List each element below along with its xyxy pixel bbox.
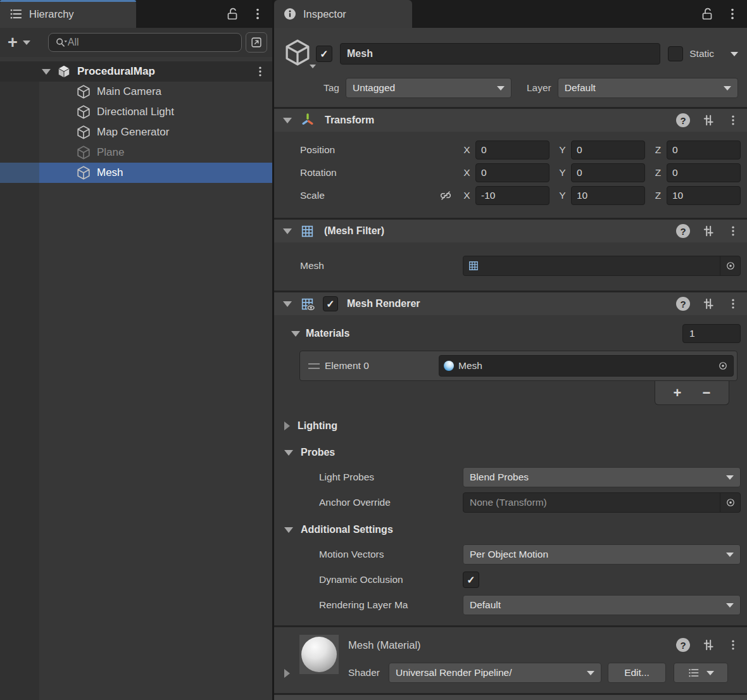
static-label: Static bbox=[689, 48, 714, 59]
material-object-field[interactable]: Mesh bbox=[439, 355, 734, 377]
remove-element-button[interactable]: − bbox=[692, 386, 721, 400]
rotation-y-field[interactable]: 0 bbox=[571, 163, 645, 182]
mesh-field-label: Mesh bbox=[274, 260, 463, 272]
dynamic-occlusion-checkbox[interactable]: ✓ bbox=[463, 572, 479, 588]
foldout-open-icon[interactable] bbox=[284, 527, 293, 533]
position-x-field[interactable]: 0 bbox=[475, 141, 549, 159]
chevron-down-icon bbox=[726, 603, 734, 608]
kebab-menu-icon[interactable] bbox=[249, 5, 266, 23]
gameobject-cube-icon bbox=[76, 104, 91, 120]
lighting-group[interactable]: Lighting bbox=[274, 416, 747, 435]
foldout-closed-icon[interactable] bbox=[284, 669, 290, 678]
foldout-closed-icon[interactable] bbox=[284, 422, 290, 430]
tree-row-directional-light[interactable]: Directional Light bbox=[0, 102, 272, 122]
tree-row-main-camera[interactable]: Main Camera bbox=[0, 82, 272, 102]
help-icon[interactable]: ? bbox=[676, 297, 690, 311]
kebab-menu-icon[interactable] bbox=[727, 637, 739, 653]
static-dropdown-icon[interactable] bbox=[731, 52, 738, 56]
tree-row-map-generator[interactable]: Map Generator bbox=[0, 122, 272, 142]
mesh-renderer-header[interactable]: ✓ Mesh Renderer ? bbox=[274, 292, 747, 315]
object-picker-icon[interactable] bbox=[720, 493, 740, 512]
mesh-filter-header[interactable]: (Mesh Filter) ? bbox=[274, 220, 747, 242]
search-input[interactable] bbox=[68, 37, 236, 48]
shader-dropdown[interactable]: Universal Render Pipeline/ bbox=[389, 663, 601, 683]
lock-icon[interactable] bbox=[224, 5, 241, 23]
presets-icon[interactable] bbox=[701, 113, 715, 128]
light-probes-dropdown[interactable]: Blend Probes bbox=[463, 467, 741, 487]
drag-handle-icon[interactable] bbox=[303, 363, 325, 369]
material-element-row[interactable]: Element 0 Mesh bbox=[303, 354, 734, 377]
rotation-z-field[interactable]: 0 bbox=[667, 163, 741, 182]
object-picker-icon[interactable] bbox=[720, 256, 740, 275]
help-icon[interactable]: ? bbox=[676, 224, 690, 238]
material-sphere-icon bbox=[443, 360, 455, 372]
mesh-filter-component: (Mesh Filter) ? Mesh bbox=[274, 218, 747, 291]
position-y-field[interactable]: 0 bbox=[571, 141, 645, 159]
mesh-field-row: Mesh bbox=[274, 256, 747, 276]
renderer-enabled-checkbox[interactable]: ✓ bbox=[323, 296, 338, 311]
shader-menu-button[interactable] bbox=[674, 663, 728, 683]
mesh-object-field[interactable] bbox=[463, 256, 741, 276]
transform-header[interactable]: Transform ? bbox=[274, 109, 747, 132]
mesh-filter-title: (Mesh Filter) bbox=[324, 225, 384, 237]
object-picker-icon[interactable] bbox=[713, 356, 733, 376]
anchor-override-field[interactable]: None (Transform) bbox=[463, 492, 741, 513]
presets-icon[interactable] bbox=[701, 223, 715, 239]
open-search-window-icon[interactable] bbox=[246, 32, 267, 53]
hierarchy-icon bbox=[9, 7, 23, 21]
inspector-panel: Inspector ✓ bbox=[274, 0, 747, 700]
foldout-open-icon[interactable] bbox=[284, 450, 293, 456]
kebab-menu-icon[interactable] bbox=[727, 113, 739, 128]
axis-y-label: Y bbox=[558, 144, 567, 156]
rendering-layer-mask-dropdown[interactable]: Default bbox=[463, 595, 741, 615]
kebab-menu-icon[interactable] bbox=[727, 223, 739, 239]
hierarchy-search[interactable] bbox=[48, 33, 242, 52]
shader-edit-button[interactable]: Edit... bbox=[608, 663, 666, 683]
active-checkbox[interactable]: ✓ bbox=[316, 46, 332, 62]
scene-kebab-icon[interactable] bbox=[252, 63, 268, 80]
foldout-open-icon[interactable] bbox=[283, 228, 292, 234]
help-icon[interactable]: ? bbox=[676, 113, 690, 127]
tree-row-plane[interactable]: Plane bbox=[0, 142, 272, 163]
kebab-menu-icon[interactable] bbox=[727, 296, 739, 311]
materials-row: Materials 1 bbox=[274, 324, 747, 343]
static-checkbox[interactable] bbox=[668, 46, 683, 61]
gameobject-name-field[interactable] bbox=[340, 43, 660, 65]
tree-row-mesh[interactable]: Mesh bbox=[0, 163, 272, 183]
gameobject-cube-icon bbox=[76, 165, 91, 180]
tab-hierarchy-label: Hierarchy bbox=[29, 8, 74, 20]
scale-x-field[interactable]: -10 bbox=[475, 186, 549, 205]
foldout-open-icon[interactable] bbox=[42, 69, 51, 75]
kebab-menu-icon[interactable] bbox=[724, 5, 741, 23]
add-element-button[interactable]: + bbox=[663, 386, 692, 400]
row-gutter bbox=[0, 102, 39, 122]
foldout-open-icon[interactable] bbox=[291, 331, 300, 337]
gameobject-icon-button[interactable] bbox=[283, 38, 316, 70]
foldout-open-icon[interactable] bbox=[283, 301, 292, 307]
tree-item-label: Mesh bbox=[97, 166, 123, 179]
scale-z-field[interactable]: 10 bbox=[667, 186, 741, 205]
material-preview[interactable] bbox=[299, 635, 339, 674]
layer-dropdown[interactable]: Default bbox=[558, 78, 738, 98]
broken-link-icon[interactable] bbox=[439, 189, 453, 203]
presets-icon[interactable] bbox=[701, 296, 715, 311]
help-icon[interactable]: ? bbox=[676, 638, 690, 652]
scale-y-field[interactable]: 10 bbox=[571, 186, 645, 205]
additional-settings-group[interactable]: Additional Settings bbox=[274, 520, 747, 539]
tab-hierarchy[interactable]: Hierarchy bbox=[0, 0, 136, 28]
materials-count-field[interactable]: 1 bbox=[682, 324, 741, 343]
position-z-field[interactable]: 0 bbox=[667, 141, 741, 159]
probes-group[interactable]: Probes bbox=[274, 443, 747, 462]
motion-vectors-dropdown[interactable]: Per Object Motion bbox=[463, 544, 741, 565]
create-object-button[interactable]: + bbox=[5, 34, 33, 51]
presets-icon[interactable] bbox=[701, 637, 715, 653]
material-section: Mesh (Material) ? Shader Universal Rende… bbox=[274, 625, 747, 693]
list-icon bbox=[687, 666, 700, 679]
scene-row-proceduralmap[interactable]: ProceduralMap bbox=[0, 61, 272, 82]
tab-inspector[interactable]: Inspector bbox=[274, 0, 412, 28]
lock-icon[interactable] bbox=[699, 5, 715, 23]
tag-dropdown[interactable]: Untagged bbox=[346, 78, 512, 98]
search-icon bbox=[54, 35, 68, 49]
foldout-open-icon[interactable] bbox=[283, 118, 292, 123]
rotation-x-field[interactable]: 0 bbox=[475, 163, 549, 182]
